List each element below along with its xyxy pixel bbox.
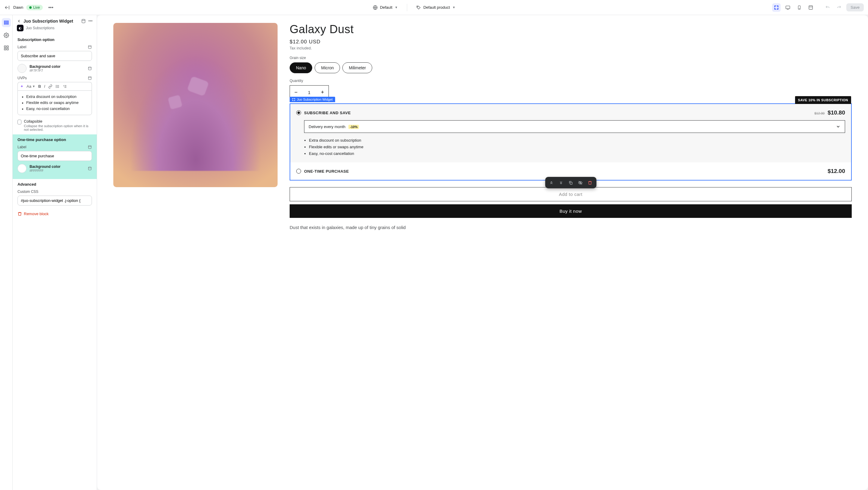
svg-rect-29 xyxy=(570,182,572,184)
inspector-toggle-icon[interactable] xyxy=(772,3,781,12)
ordered-list-icon[interactable] xyxy=(63,84,67,89)
svg-point-14 xyxy=(82,19,85,21)
desktop-view-icon[interactable] xyxy=(784,3,792,12)
block-floating-toolbar xyxy=(545,177,596,188)
language-selector[interactable]: Default ▼ xyxy=(370,3,401,12)
css-label: Custom CSS xyxy=(18,189,38,194)
undo-icon[interactable] xyxy=(824,3,832,12)
target-icon xyxy=(292,98,296,101)
uvp-item: Flexible edits or swaps anytime xyxy=(309,144,845,150)
svg-rect-6 xyxy=(4,21,8,22)
custom-css-input[interactable] xyxy=(18,195,92,206)
dynamic-source-icon[interactable] xyxy=(81,19,86,24)
theme-settings-tab-icon[interactable] xyxy=(2,31,11,40)
ai-sparkle-icon[interactable]: ✦ xyxy=(20,84,24,89)
link-icon[interactable] xyxy=(48,84,53,89)
preview-frame: Galaxy Dust $12.00 USD Tax included. Gra… xyxy=(97,15,868,490)
bullet-list-icon[interactable] xyxy=(56,84,60,89)
tag-icon xyxy=(416,5,421,10)
svg-rect-5 xyxy=(809,6,812,9)
advanced-section: Advanced Custom CSS xyxy=(13,179,97,209)
theme-actions-menu[interactable]: ••• xyxy=(46,4,56,11)
bg-color-value: #FFFFFF xyxy=(30,169,85,172)
move-down-icon[interactable] xyxy=(557,179,565,187)
dynamic-source-icon[interactable] xyxy=(88,76,92,80)
section-title: One-time purchase option xyxy=(18,137,92,142)
dynamic-source-icon[interactable] xyxy=(88,166,92,171)
svg-rect-7 xyxy=(4,22,8,23)
widget-selection-tag[interactable]: Juo Subscription Widget xyxy=(290,97,335,102)
app-embeds-tab-icon[interactable] xyxy=(2,43,11,53)
bg-color-label: Background color xyxy=(30,164,85,169)
hide-icon[interactable] xyxy=(577,179,584,187)
collapsible-checkbox[interactable] xyxy=(18,120,22,124)
redo-icon[interactable] xyxy=(835,3,843,12)
subscription-widget[interactable]: SAVE 10% IN SUBSCRIPTION SUBSCRIBE AND S… xyxy=(290,103,852,181)
svg-rect-13 xyxy=(7,49,8,50)
bg-color-label: Background color xyxy=(30,64,85,69)
bg-color-value: #F7F7F7 xyxy=(30,69,85,72)
product-image xyxy=(113,23,278,187)
app-icon: ◐ xyxy=(17,25,24,31)
dynamic-source-icon[interactable] xyxy=(88,45,92,49)
theme-name: Dawn xyxy=(13,5,23,10)
chevron-down-icon: ▼ xyxy=(395,6,398,9)
bg-color-swatch[interactable] xyxy=(18,164,27,173)
radio-selected-icon[interactable] xyxy=(296,110,301,115)
quantity-label: Quantity xyxy=(290,79,852,83)
dynamic-source-icon[interactable] xyxy=(88,145,92,149)
globe-icon xyxy=(373,5,378,10)
save-button[interactable]: Save xyxy=(846,3,864,11)
bg-color-swatch[interactable] xyxy=(18,64,27,73)
variant-pill[interactable]: Milimeter xyxy=(342,62,372,73)
new-price: $10.80 xyxy=(828,110,845,116)
onetime-label-input[interactable] xyxy=(18,151,92,161)
back-icon[interactable] xyxy=(17,19,21,23)
subscription-label-input[interactable] xyxy=(18,51,92,61)
collapsible-label: Collapsible xyxy=(24,119,92,124)
block-more-icon[interactable]: ••• xyxy=(88,19,93,24)
dynamic-source-icon[interactable] xyxy=(88,66,92,70)
frequency-selector[interactable]: Delivery every month -10% xyxy=(304,120,845,133)
text-style-dropdown[interactable]: Aa ▼ xyxy=(27,84,35,89)
section-title: Subscription option xyxy=(18,37,92,42)
block-title: Juo Subscription Widget xyxy=(24,19,79,24)
sections-tab-icon[interactable] xyxy=(2,18,11,27)
svg-point-18 xyxy=(56,85,56,85)
svg-rect-12 xyxy=(4,49,6,50)
save-badge: SAVE 10% IN SUBSCRIPTION xyxy=(795,96,851,104)
template-selector[interactable]: Default product ▼ xyxy=(413,3,458,12)
chevron-down-icon xyxy=(836,124,841,129)
variant-pill[interactable]: Nano xyxy=(290,62,312,73)
live-badge: Live xyxy=(26,5,43,10)
move-up-icon[interactable] xyxy=(548,179,555,187)
mobile-view-icon[interactable] xyxy=(795,3,804,12)
block-settings-panel: Juo Subscription Widget ••• ◐ Juo Subscr… xyxy=(13,15,97,490)
bold-icon[interactable]: B xyxy=(38,84,41,89)
exit-editor-icon[interactable] xyxy=(4,4,10,10)
preview-canvas: Galaxy Dust $12.00 USD Tax included. Gra… xyxy=(97,15,868,490)
remove-block-button[interactable]: Remove block xyxy=(13,209,97,219)
duplicate-icon[interactable] xyxy=(567,179,575,187)
svg-point-9 xyxy=(5,35,7,36)
radio-unselected-icon[interactable] xyxy=(296,169,301,174)
add-to-cart-button[interactable]: Add to cart xyxy=(290,187,852,201)
uvps-editor[interactable]: Extra discount on subscription Flexible … xyxy=(18,90,92,115)
svg-point-19 xyxy=(56,86,56,87)
variant-pill[interactable]: Micron xyxy=(315,62,340,73)
fullscreen-view-icon[interactable] xyxy=(807,3,815,12)
uvp-item: Easy, no-cost cancellation xyxy=(26,106,88,112)
subscription-option-section: Subscription option Label Background col… xyxy=(13,34,97,134)
delete-icon[interactable] xyxy=(586,179,594,187)
uvp-item: Extra discount on subscription xyxy=(309,137,845,144)
italic-icon[interactable]: I xyxy=(44,84,45,89)
template-label: Default product xyxy=(424,5,450,10)
onetime-option-section: One-time purchase option Label Backgroun… xyxy=(13,134,97,179)
topbar: Dawn Live ••• Default ▼ Default product … xyxy=(0,0,868,15)
buy-now-button[interactable]: Buy it now xyxy=(290,204,852,218)
language-label: Default xyxy=(380,5,393,10)
tax-note: Tax included. xyxy=(290,46,852,50)
subscribe-option[interactable]: SUBSCRIBE AND SAVE $12.00 $10.80 Deliver… xyxy=(290,104,851,162)
remove-block-label: Remove block xyxy=(24,212,49,216)
variant-label: Grain size xyxy=(290,56,852,60)
